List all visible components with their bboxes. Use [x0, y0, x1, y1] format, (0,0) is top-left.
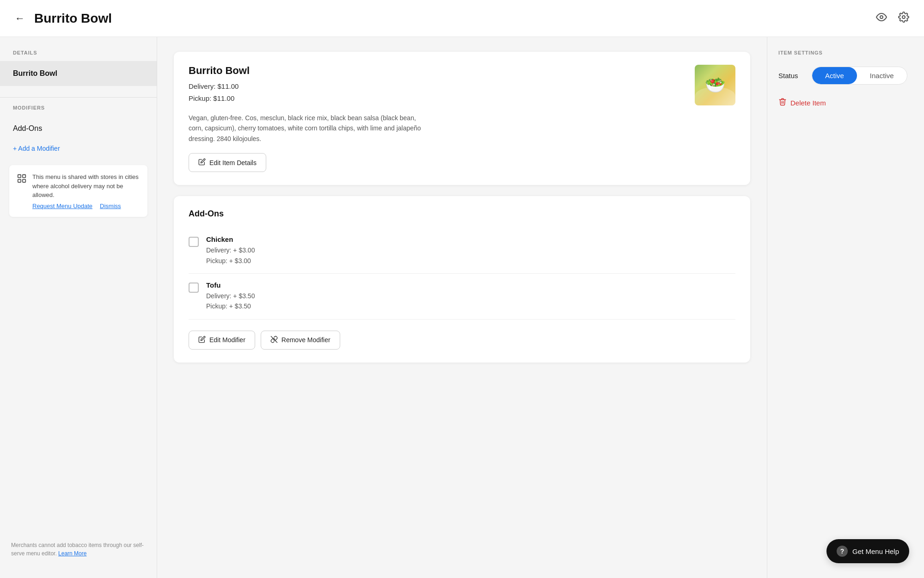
add-modifier-button[interactable]: + Add a Modifier — [0, 141, 157, 156]
sidebar-footer: Merchants cannot add tobacco items throu… — [0, 534, 157, 565]
details-section-label: DETAILS — [0, 50, 157, 61]
header-actions — [876, 12, 909, 25]
main-layout: DETAILS Burrito Bowl MODIFIERS Add-Ons +… — [0, 37, 924, 578]
addon-chicken-info: Chicken Delivery: + $3.00 Pickup: + $3.0… — [206, 235, 255, 266]
settings-button[interactable] — [898, 12, 909, 25]
addons-title: Add-Ons — [189, 209, 735, 219]
right-panel: ITEM SETTINGS Status Active Inactive Del… — [767, 37, 924, 578]
active-button[interactable]: Active — [812, 67, 857, 84]
addon-tofu-checkbox[interactable] — [189, 283, 199, 293]
back-arrow-icon: ← — [15, 13, 25, 24]
edit-modifier-button[interactable]: Edit Modifier — [189, 331, 255, 350]
addon-chicken-row: Chicken Delivery: + $3.00 Pickup: + $3.0… — [189, 228, 735, 274]
get-menu-help-button[interactable]: ? Get Menu Help — [826, 539, 909, 563]
sidebar-item-burrito-bowl[interactable]: Burrito Bowl — [0, 61, 157, 86]
edit-modifier-pencil-icon — [198, 336, 206, 344]
item-name: Burrito Bowl — [189, 65, 250, 77]
addon-chicken-name: Chicken — [206, 235, 255, 243]
addon-actions: Edit Modifier Remove Modifier — [189, 331, 735, 350]
request-menu-update-button[interactable]: Request Menu Update — [32, 203, 92, 209]
svg-rect-4 — [18, 179, 21, 182]
addons-card: Add-Ons Chicken Delivery: + $3.00 Pickup… — [174, 196, 750, 363]
sidebar-alert-content: This menu is shared with stores in citie… — [32, 172, 140, 209]
addon-tofu-row: Tofu Delivery: + $3.50 Pickup: + $3.50 — [189, 274, 735, 320]
sidebar-divider — [0, 97, 157, 98]
item-header: Burrito Bowl Delivery: $11.00 Pickup: $1… — [189, 65, 735, 105]
item-description: Vegan, gluten-free. Cos, mesclun, black … — [189, 113, 429, 144]
trash-icon — [778, 98, 787, 108]
dismiss-button[interactable]: Dismiss — [100, 203, 121, 209]
addon-chicken-pickup: Pickup: + $3.00 — [206, 256, 255, 266]
status-toggle: Active Inactive — [812, 67, 907, 85]
page-title: Burrito Bowl — [34, 11, 112, 26]
back-button[interactable]: ← — [15, 13, 25, 24]
sidebar-alert: This menu is shared with stores in citie… — [9, 165, 147, 217]
item-delivery-price: Delivery: $11.00 — [189, 80, 250, 92]
remove-modifier-button[interactable]: Remove Modifier — [261, 331, 340, 350]
status-label: Status — [778, 72, 804, 80]
eye-icon — [876, 12, 887, 25]
status-row: Status Active Inactive — [778, 67, 913, 85]
sidebar: DETAILS Burrito Bowl MODIFIERS Add-Ons +… — [0, 37, 157, 578]
help-button-label: Get Menu Help — [852, 547, 899, 555]
item-settings-title: ITEM SETTINGS — [778, 50, 913, 55]
svg-point-1 — [902, 16, 905, 18]
svg-rect-2 — [18, 175, 21, 178]
edit-modifier-label: Edit Modifier — [209, 336, 245, 344]
modifiers-section-label: MODIFIERS — [0, 105, 157, 116]
item-pickup-price: Pickup: $11.00 — [189, 92, 250, 105]
learn-more-link[interactable]: Learn More — [58, 550, 86, 557]
edit-item-label: Edit Item Details — [209, 159, 257, 166]
unlink-icon — [270, 336, 278, 344]
item-image — [695, 65, 735, 105]
delete-item-button[interactable]: Delete Item — [778, 98, 826, 108]
gear-icon — [898, 12, 909, 25]
item-info: Burrito Bowl Delivery: $11.00 Pickup: $1… — [189, 65, 250, 104]
edit-item-details-button[interactable]: Edit Item Details — [189, 153, 266, 172]
addon-tofu-name: Tofu — [206, 281, 255, 289]
sidebar-item-add-ons[interactable]: Add-Ons — [0, 116, 157, 141]
addon-chicken-delivery: Delivery: + $3.00 — [206, 245, 255, 255]
inactive-button[interactable]: Inactive — [857, 67, 907, 84]
item-details-card: Burrito Bowl Delivery: $11.00 Pickup: $1… — [174, 52, 750, 185]
addon-tofu-info: Tofu Delivery: + $3.50 Pickup: + $3.50 — [206, 281, 255, 312]
svg-point-0 — [880, 16, 883, 18]
preview-button[interactable] — [876, 12, 887, 25]
sidebar-alert-links: Request Menu Update Dismiss — [32, 203, 140, 209]
header: ← Burrito Bowl — [0, 0, 924, 37]
help-icon: ? — [837, 546, 848, 557]
svg-rect-3 — [23, 175, 25, 178]
addon-chicken-checkbox[interactable] — [189, 237, 199, 247]
addon-tofu-delivery: Delivery: + $3.50 — [206, 291, 255, 301]
content-area: Burrito Bowl Delivery: $11.00 Pickup: $1… — [157, 37, 767, 578]
pencil-icon — [198, 158, 206, 167]
svg-rect-5 — [23, 179, 25, 182]
addon-tofu-pickup: Pickup: + $3.50 — [206, 301, 255, 311]
delete-item-label: Delete Item — [790, 99, 826, 107]
remove-modifier-label: Remove Modifier — [281, 336, 330, 344]
alert-icon — [17, 173, 27, 186]
sidebar-alert-text: This menu is shared with stores in citie… — [32, 172, 140, 200]
